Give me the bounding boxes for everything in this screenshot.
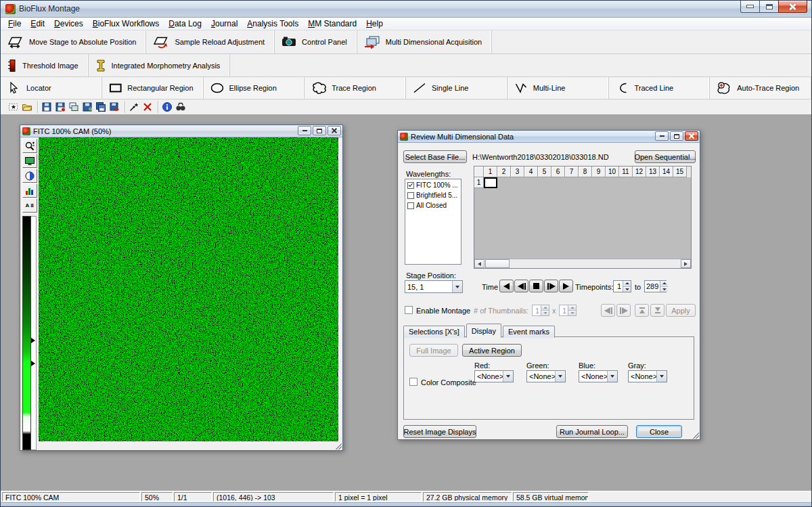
grid-column-header[interactable]: 8 [579, 167, 592, 177]
stage-position-combo[interactable]: 15, 1 [405, 280, 463, 293]
image-window-close-button[interactable] [328, 126, 341, 135]
time-play-button[interactable] [559, 280, 573, 292]
ellipse-region-button[interactable]: Ellipse Region [204, 77, 305, 99]
multi-dim-acquisition-button[interactable]: Multi Dimensional Acquisition [357, 30, 492, 53]
transfer-region-icon[interactable] [128, 101, 140, 113]
time-rewind-button[interactable] [499, 280, 514, 292]
wavelength-checkbox[interactable] [407, 182, 414, 189]
spinner-down-button[interactable] [623, 287, 631, 292]
find-icon[interactable] [175, 101, 187, 113]
review-window-close-button[interactable] [685, 131, 698, 141]
menu-analysis-tools[interactable]: Analysis Tools [242, 18, 303, 30]
lut-marker-high[interactable] [31, 361, 35, 366]
control-panel-button[interactable]: Control Panel [275, 30, 357, 53]
grid-column-header[interactable]: 9 [592, 167, 606, 177]
spinner-up-button[interactable] [660, 281, 668, 287]
combo-dropdown-button[interactable] [656, 371, 667, 382]
app-titlebar[interactable]: BioFlux Montage [1, 1, 811, 18]
info-icon[interactable] [161, 101, 173, 113]
morphometry-button[interactable]: Integrated Morphometry Analysis [89, 54, 231, 76]
save-region-icon[interactable] [81, 101, 93, 113]
save-all-icon[interactable] [95, 101, 107, 113]
image-canvas[interactable] [39, 137, 338, 441]
timepoint-start-spinner[interactable]: 1 [613, 280, 631, 292]
grid-column-header[interactable]: 12 [633, 167, 646, 177]
grid-column-header[interactable]: 14 [660, 167, 673, 177]
wavelengths-listbox[interactable]: FITC 100% ... Brightfield 5... All Close… [405, 179, 461, 265]
spinner-down-button[interactable] [660, 287, 668, 292]
image-window-titlebar[interactable]: FITC 100% CAM (50%) [20, 125, 342, 137]
gray-channel-combo[interactable]: <None> [628, 370, 667, 382]
scrollbar-thumb[interactable] [485, 259, 510, 268]
wavelength-item[interactable]: FITC 100% ... [406, 180, 460, 190]
histogram-button[interactable] [22, 183, 37, 198]
save-icon[interactable] [41, 101, 53, 113]
save-overlay-icon[interactable] [54, 101, 66, 113]
menu-journal[interactable]: Journal [206, 18, 242, 30]
scroll-left-button[interactable] [474, 259, 484, 268]
auto-trace-region-button[interactable]: Auto-Trace Region [710, 77, 811, 99]
red-channel-combo[interactable]: <None> [474, 370, 514, 382]
image-window-minimize-button[interactable] [298, 126, 311, 135]
duplicate-image-icon[interactable] [68, 101, 80, 113]
close-button[interactable] [778, 1, 807, 13]
time-step-back-button[interactable] [514, 280, 528, 292]
grid-column-header[interactable]: 10 [606, 167, 619, 177]
scrollbar-track[interactable] [510, 259, 681, 268]
grid-column-header[interactable]: 4 [524, 167, 538, 177]
spinner-up-button[interactable] [623, 281, 631, 287]
image-window-maximize-button[interactable] [313, 126, 326, 135]
maximize-button[interactable] [760, 1, 778, 13]
close-dialog-button[interactable]: Close [636, 425, 682, 438]
menu-edit[interactable]: Edit [26, 18, 49, 30]
trace-region-button[interactable]: Trace Region [304, 77, 406, 99]
grid-column-header[interactable]: 7 [565, 167, 579, 177]
multi-line-button[interactable]: Multi-Line [508, 77, 609, 99]
combo-dropdown-button[interactable] [452, 281, 462, 292]
rectangular-region-button[interactable]: Rectangular Region [102, 77, 204, 99]
time-step-forward-button[interactable] [544, 280, 558, 292]
contrast-button[interactable] [22, 169, 37, 183]
combo-dropdown-button[interactable] [555, 371, 565, 382]
display-button[interactable] [22, 154, 37, 168]
grid-column-header[interactable]: 6 [551, 167, 565, 177]
menu-help[interactable]: Help [361, 18, 388, 30]
tab-display[interactable]: Display [466, 324, 501, 338]
wavelength-item[interactable]: Brightfield 5... [406, 190, 460, 200]
threshold-image-button[interactable]: Threshold Image [1, 54, 89, 76]
grid-column-header[interactable]: 1 [484, 167, 497, 177]
save-subset-icon[interactable] [108, 101, 120, 113]
wavelength-item[interactable]: All Closed [406, 200, 460, 211]
green-channel-combo[interactable]: <None> [526, 370, 566, 382]
lut-marker-low[interactable] [31, 338, 35, 343]
wavelength-checkbox[interactable] [407, 202, 414, 209]
grid-column-header[interactable]: 2 [497, 167, 511, 177]
wavelength-checkbox[interactable] [407, 192, 414, 199]
menu-devices[interactable]: Devices [49, 18, 88, 30]
grid-column-header[interactable]: 13 [646, 167, 660, 177]
open-sequential-button[interactable]: Open Sequential... [635, 150, 696, 163]
zoom-button[interactable] [22, 139, 37, 153]
delete-region-icon[interactable] [141, 101, 154, 113]
sample-reload-button[interactable]: Sample Reload Adjustment [146, 30, 275, 53]
active-region-button[interactable]: Active Region [462, 344, 522, 357]
single-line-button[interactable]: Single Line [406, 77, 508, 99]
traced-line-button[interactable]: Traced Line [609, 77, 710, 99]
time-stop-button[interactable] [529, 280, 543, 292]
grid-column-header[interactable]: 5 [538, 167, 551, 177]
reset-image-displays-button[interactable]: Reset Image Displays [403, 425, 476, 438]
combo-dropdown-button[interactable] [503, 371, 513, 382]
scroll-right-button[interactable] [681, 259, 691, 268]
open-icon[interactable] [21, 101, 33, 113]
move-stage-button[interactable]: Move Stage to Absolute Position [1, 30, 146, 53]
locator-button[interactable]: Locator [1, 77, 102, 99]
menu-file[interactable]: File [3, 18, 26, 30]
tab-event-marks[interactable]: Event marks [503, 326, 555, 338]
review-window-titlebar[interactable]: Review Multi Dimensional Data [398, 131, 700, 143]
menu-mm-standard[interactable]: MM Standard [303, 18, 361, 30]
menu-bioflux-workflows[interactable]: BioFlux Workflows [88, 18, 164, 30]
grid-column-header[interactable]: 15 [673, 167, 687, 177]
timepoint-end-spinner[interactable]: 289 [644, 280, 667, 292]
combo-dropdown-button[interactable] [607, 371, 617, 382]
select-base-file-button[interactable]: Select Base File... [403, 150, 467, 163]
